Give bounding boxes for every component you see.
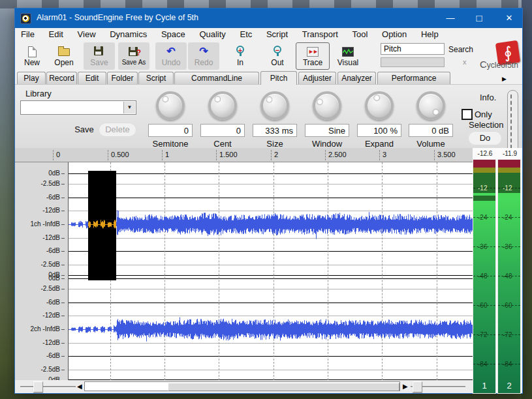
trace-button[interactable]: ►► Trace bbox=[296, 42, 330, 70]
menu-etc[interactable]: Etc bbox=[234, 28, 258, 41]
only-selection-checkbox[interactable] bbox=[462, 109, 473, 120]
search-input[interactable] bbox=[381, 43, 445, 55]
cent-value[interactable]: 0 bbox=[200, 124, 245, 137]
peak-readout-ch1: -12.6 bbox=[473, 150, 497, 157]
title-bar[interactable]: Alarm01 - SoundEngine Free by Cycle of 5… bbox=[15, 8, 522, 28]
slider-handle[interactable] bbox=[413, 381, 422, 392]
maximize-button[interactable]: □ bbox=[468, 8, 490, 28]
timeline-ruler[interactable]: 0 0.500 1 1.500 2 2.500 3 3.500 bbox=[15, 148, 473, 162]
library-save-button[interactable]: Save bbox=[70, 123, 99, 137]
cycle-of-5th-logo: ∮ Cycleof5th bbox=[480, 41, 523, 71]
expand-knob[interactable] bbox=[365, 91, 394, 120]
menu-quality[interactable]: Quality bbox=[193, 28, 231, 41]
channel1-center-label: 1ch -InfdB bbox=[30, 220, 65, 228]
tab-pitch[interactable]: Pitch bbox=[260, 71, 297, 85]
menu-space[interactable]: Space bbox=[155, 28, 191, 41]
db-scale-gutter: 0dB -2.5dB -6dB -12dB 1ch -InfdB -12dB -… bbox=[15, 162, 66, 380]
scroll-right-arrow-icon[interactable]: ▶ bbox=[403, 383, 408, 390]
window-value[interactable]: Sine bbox=[305, 124, 349, 137]
tab-play[interactable]: Play bbox=[17, 72, 46, 84]
semitone-value[interactable]: 0 bbox=[148, 124, 193, 137]
window-label: Window bbox=[301, 139, 353, 149]
time-tick: 3 bbox=[379, 150, 386, 160]
menu-tool[interactable]: Tool bbox=[347, 28, 374, 41]
tab-record[interactable]: Record bbox=[46, 72, 77, 84]
redo-button[interactable]: ↷ Redo bbox=[188, 42, 219, 70]
time-tick: 1 bbox=[162, 150, 169, 160]
only-label: Only bbox=[475, 110, 492, 119]
zoom-in-icon: + bbox=[234, 46, 247, 57]
library-delete-button[interactable]: Delete bbox=[99, 123, 136, 137]
menu-edit[interactable]: Edit bbox=[43, 28, 69, 41]
new-button[interactable]: New bbox=[16, 42, 48, 70]
search-clear-button[interactable]: x bbox=[463, 58, 467, 66]
tab-commandline[interactable]: CommandLine bbox=[174, 72, 259, 84]
search-secondary-input[interactable] bbox=[381, 57, 445, 67]
app-window: Alarm01 - SoundEngine Free by Cycle of 5… bbox=[14, 8, 523, 394]
expand-value[interactable]: 100 % bbox=[357, 124, 401, 137]
volume-knob[interactable] bbox=[416, 91, 445, 120]
scroll-left-arrow-icon[interactable]: ◀ bbox=[77, 383, 82, 390]
search-button[interactable]: Search bbox=[448, 45, 473, 54]
open-button[interactable]: Open bbox=[48, 42, 80, 70]
cent-knob[interactable] bbox=[208, 91, 237, 120]
menu-file[interactable]: File bbox=[15, 28, 40, 41]
tab-edit[interactable]: Edit bbox=[78, 72, 106, 84]
minimize-button[interactable]: — bbox=[439, 8, 462, 28]
scrollbar-thumb[interactable] bbox=[168, 383, 399, 391]
library-combobox[interactable]: ▼ bbox=[20, 100, 136, 115]
save-button[interactable]: Save bbox=[84, 42, 115, 70]
level-meter-bar-ch2: -12 -24 -36 -48 -60 -72 -84 2 bbox=[498, 160, 520, 393]
menu-view[interactable]: View bbox=[72, 28, 102, 41]
save-as-floppy-icon: ? bbox=[127, 46, 140, 58]
combo-dropdown-icon[interactable]: ▼ bbox=[123, 102, 135, 113]
close-button[interactable]: ✕ bbox=[498, 8, 520, 28]
tab-overflow-arrow-icon[interactable]: ▶ bbox=[502, 76, 507, 82]
tab-bar: Play Record Edit Folder Script CommandLi… bbox=[15, 71, 522, 84]
volume-value[interactable]: 0 dB bbox=[409, 124, 453, 137]
info-splitter-handle[interactable] bbox=[507, 90, 518, 153]
visual-button[interactable]: Visual bbox=[332, 42, 364, 70]
waveform-canvas[interactable] bbox=[69, 162, 473, 380]
pitch-panel: Library ▼ Save Delete 0 0 333 ms Sine 10… bbox=[15, 84, 522, 148]
menu-help[interactable]: Help bbox=[415, 28, 445, 41]
trace-icon: ►► bbox=[306, 46, 319, 57]
window-knob[interactable] bbox=[313, 91, 341, 120]
slider-handle[interactable] bbox=[33, 381, 43, 392]
menu-dynamics[interactable]: Dynamics bbox=[104, 28, 153, 41]
meter-peak-hold bbox=[473, 193, 495, 196]
horizontal-scrollbar[interactable] bbox=[84, 381, 400, 391]
zoom-slider-left[interactable] bbox=[20, 384, 76, 389]
menu-option[interactable]: Option bbox=[376, 28, 413, 41]
time-tick: 2.500 bbox=[325, 150, 347, 160]
zoom-out-button[interactable]: − Out bbox=[262, 42, 293, 70]
size-value[interactable]: 333 ms bbox=[253, 124, 297, 137]
tab-performance[interactable]: Performance bbox=[377, 72, 450, 84]
save-as-button[interactable]: ? Save As bbox=[118, 42, 149, 70]
tab-folder[interactable]: Folder bbox=[107, 72, 138, 84]
semitone-knob[interactable] bbox=[156, 91, 185, 120]
zoom-in-button[interactable]: + In bbox=[225, 42, 256, 70]
info-label: Info. bbox=[480, 93, 496, 102]
tab-analyzer[interactable]: Analyzer bbox=[337, 72, 376, 84]
toolbar: New Open Save ? Save As ↶ Undo ↷ Redo bbox=[15, 41, 522, 71]
peak-readout-ch2: -11.9 bbox=[498, 150, 522, 157]
knob-indicator-dot bbox=[316, 98, 324, 106]
app-icon bbox=[20, 13, 31, 24]
expand-label: Expand bbox=[353, 139, 405, 149]
menu-transport[interactable]: Transport bbox=[296, 28, 344, 41]
undo-button[interactable]: ↶ Undo bbox=[155, 42, 187, 70]
time-tick: 0.500 bbox=[108, 150, 129, 160]
knob-indicator-dot bbox=[373, 94, 381, 102]
knob-indicator-dot bbox=[213, 95, 222, 104]
zoom-slider-right[interactable] bbox=[411, 384, 465, 389]
meter-channel-number: 1 bbox=[473, 381, 495, 391]
waveform-plot[interactable] bbox=[68, 162, 473, 380]
do-button[interactable]: Do bbox=[468, 131, 502, 145]
time-tick: 0 bbox=[53, 150, 60, 160]
new-file-icon bbox=[25, 46, 39, 57]
menu-script[interactable]: Script bbox=[260, 28, 294, 41]
tab-script[interactable]: Script bbox=[138, 72, 174, 84]
tab-adjuster[interactable]: Adjuster bbox=[298, 72, 336, 84]
size-knob[interactable] bbox=[260, 91, 289, 120]
